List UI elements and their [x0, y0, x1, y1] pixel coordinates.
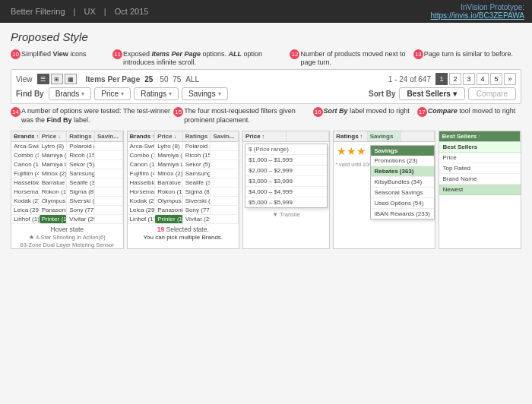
view-list-icon[interactable]: ☰	[37, 74, 49, 84]
view-large-icon[interactable]: ▦	[65, 74, 77, 84]
price-opt-2[interactable]: $2,000 – $2,999	[245, 166, 327, 176]
view-label: View	[16, 75, 33, 84]
bs-item-0[interactable]: Best Sellers	[439, 142, 521, 153]
ann-text-14: A number of options were tested: The tes…	[21, 107, 170, 124]
page-4-btn[interactable]: 4	[477, 73, 489, 85]
ann-text-13: Page turn is similar to before.	[424, 50, 513, 58]
bs-item-4[interactable]: Newest	[439, 185, 521, 195]
price-label: Price	[101, 90, 119, 98]
table-row: Linhof (1) Printer (11) Vivitar (29)	[128, 215, 239, 224]
ann-num-14: 14	[11, 107, 21, 117]
main-content: Proposed Style 10 Simplified View icons …	[0, 23, 532, 404]
pagination: 1 - 24 of 647 1 2 3 4 5 »	[388, 73, 516, 85]
table-row: Horseman (17)Rokon (110)Sigma (8)	[11, 188, 123, 197]
compare-btn[interactable]: Compare	[468, 87, 516, 100]
ann-text-12: Number of products moved next to page tu…	[300, 50, 405, 66]
table-row: Canon (132)Mamiya Leaf (2)Sekor (5)	[128, 160, 239, 169]
table-row: Hasselblad (27)Barratue (2)Sealife (3)	[11, 178, 123, 188]
bs-item-2[interactable]: Top Rated	[439, 163, 521, 174]
table-row: Hasselblad (27)Barratue (2)Sealife (3)	[128, 178, 239, 188]
view-icons: ☰ ⊞ ▦	[37, 74, 77, 84]
ss-brands-col: Brands ↑	[11, 131, 40, 141]
price-opt-0[interactable]: $ (Price range)	[245, 144, 327, 155]
savings-item-3[interactable]: Seasonal Savings	[371, 188, 434, 198]
filter-bar-mockup: View ☰ ⊞ ▦ Items Per Page 25 50 75 ALL 1…	[11, 69, 521, 104]
brands-label: Brands	[55, 90, 80, 98]
price-opt-1[interactable]: $1,000 – $1,999	[245, 155, 327, 166]
annotation-10: 10 Simplified View icons	[11, 49, 108, 66]
savings-filter-btn[interactable]: Savings ▾	[182, 87, 228, 100]
ss-selected-header: Brands ↑ Price ↓ Ratings ↓ Savin...	[128, 131, 239, 142]
ss-price-col: Price ↓	[40, 131, 68, 141]
screenshot-selected-brands: Brands ↑ Price ↓ Ratings ↓ Savin... Arca…	[127, 131, 240, 249]
ratings-filter-btn[interactable]: Ratings ▾	[134, 87, 179, 100]
find-by-label: Find By	[16, 90, 44, 98]
page-5-btn[interactable]: 5	[490, 73, 502, 85]
ss-bestsellers-header: Best Sellers ↑	[439, 131, 521, 142]
header-divider: |	[74, 7, 76, 16]
savings-item-1[interactable]: Rebates (363)	[371, 166, 434, 177]
ss-price-footer: ▼ Transite	[243, 210, 329, 219]
price-opt-4[interactable]: $4,000 – $4,999	[245, 187, 327, 197]
app-header: Better Filtering | UX | Oct 2015 InVisio…	[0, 0, 532, 23]
savings-caret-icon: ▾	[218, 90, 221, 97]
ss-ratings-col2: Ratings ↓	[183, 131, 211, 141]
sort-by-btn[interactable]: Best Sellers ▾	[399, 87, 465, 100]
annotation-17: 17 Compare tool moved to right	[417, 107, 521, 125]
table-row: Linhof (1) Printer (11) Vivitar (29)	[11, 215, 123, 224]
ratings-label: Ratings	[141, 90, 166, 98]
page-2-btn[interactable]: 2	[449, 73, 461, 85]
ipp-75[interactable]: 75	[173, 75, 181, 84]
sort-by-value: Best Sellers	[407, 90, 451, 98]
page-3-btn[interactable]: 3	[463, 73, 475, 85]
ann-text-10: Simplified View icons	[21, 50, 86, 58]
bs-item-3[interactable]: Brand Name	[439, 174, 521, 185]
table-row: Kodak (2)Olympus (31)Siverski (2)	[128, 197, 239, 206]
savings-dropdown-header: Savings	[371, 146, 434, 156]
header-divider2: |	[104, 7, 106, 16]
ipp-50[interactable]: 50	[160, 75, 168, 84]
ss-price-header: Price ↑	[243, 131, 329, 142]
price-opt-5[interactable]: $5,000 – $5,999	[245, 197, 327, 207]
ann-num-11: 11	[112, 49, 122, 59]
invision-link[interactable]: https://invis.io/BC3ZEPAWA	[430, 11, 524, 20]
price-opt-3[interactable]: $3,000 – $3,999	[245, 176, 327, 187]
savings-item-4[interactable]: Used Options (54)	[371, 198, 434, 209]
table-row: Combo (13)Mamiya (18)Ricoh (15)	[128, 151, 239, 160]
savings-item-5[interactable]: IBAN Rewards (233)	[371, 209, 434, 219]
screenshot-best-sellers: Best Sellers ↑ Best Sellers Price Top Ra…	[439, 131, 521, 249]
table-row: Fujifilm (41)Minox (2)Samsung (43)	[11, 169, 123, 178]
annotation-11: 11 Exposed Items Per Page options. ALL o…	[112, 49, 286, 66]
screenshots-row: Brands ↑ Price ↓ Ratings ↓ Savin... Arca…	[11, 131, 521, 249]
view-grid-icon[interactable]: ⊞	[51, 74, 63, 84]
ss-price-sort-col: Price ↑	[243, 131, 287, 141]
savings-item-2[interactable]: KitsyBundles (34)	[371, 177, 434, 188]
ss-ratings-sort-col: Ratings ↑	[334, 131, 367, 141]
ann-text-11: Exposed Items Per Page options. ALL opti…	[123, 50, 262, 66]
bs-item-1[interactable]: Price	[439, 153, 521, 163]
view-row: View ☰ ⊞ ▦ Items Per Page 25 50 75 ALL 1…	[16, 73, 516, 85]
annotation-15: 15 The four most-requested filters given…	[173, 107, 312, 125]
page-1-btn[interactable]: 1	[435, 73, 448, 85]
price-caret-icon: ▾	[121, 90, 124, 97]
header-title: Better Filtering | UX | Oct 2015	[8, 7, 151, 16]
brands-filter-btn[interactable]: Brands ▾	[49, 87, 92, 100]
ss-savings-sort-col: Savings	[368, 131, 401, 141]
price-dropdown: $ (Price range) $1,000 – $1,999 $2,000 –…	[245, 144, 328, 208]
ann-text-16: Sort By label moved to right	[324, 107, 410, 115]
savings-item-0[interactable]: Promotions (23)	[371, 156, 434, 166]
price-filter-btn[interactable]: Price ▾	[94, 87, 131, 100]
page-next-btn[interactable]: »	[504, 73, 516, 85]
header-section: UX	[84, 7, 96, 16]
table-row: Arca-Swiss (3)Lytro (8)Polaroid (10)	[11, 142, 123, 151]
annotation-14: 14 A number of options were tested: The …	[11, 107, 173, 125]
savings-dropdown: Savings Promotions (23) Rebates (363) Ki…	[370, 145, 435, 219]
ann-num-16: 16	[313, 107, 323, 117]
ipp-all[interactable]: ALL	[185, 75, 199, 84]
ipp-label: Items Per Page	[86, 75, 141, 84]
ss-savings-col: Savin...	[95, 131, 123, 141]
ipp-options: 50 75 ALL	[157, 75, 199, 84]
table-row: Leica (29)Panasonic (32)Sony (77)	[11, 206, 123, 215]
table-row: Leica (29)Panasonic (32)Sony (77)	[128, 206, 239, 215]
screenshot-ratings-savings: Ratings ↑ Savings ★★★ Savings Promotions…	[333, 131, 435, 249]
